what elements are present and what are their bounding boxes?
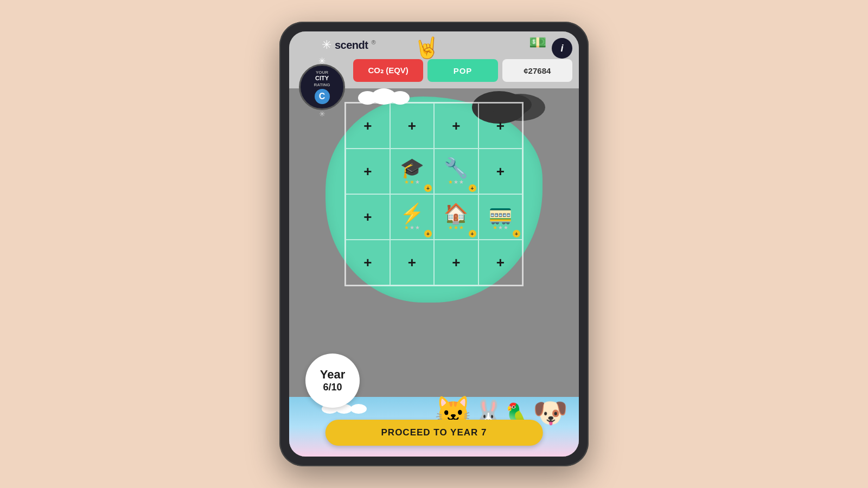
year-label: Year [320, 368, 346, 381]
grid-cell-2-3[interactable]: 🚃 ★ ★ ★ + [478, 194, 523, 240]
info-button[interactable]: i [552, 38, 572, 59]
grid-cell-3-1[interactable]: + [390, 240, 435, 285]
city-rating-text: YOUR CITY RATING [314, 70, 330, 87]
star-1: ★ [493, 224, 497, 230]
wrench-icon: 🔧 [444, 158, 468, 178]
upgrade-plus-icon[interactable]: + [469, 184, 476, 192]
stars-row: ★ ★ ★ [404, 179, 420, 185]
grid-cell-2-1[interactable]: ⚡ ★ ★ ★ + [390, 194, 435, 240]
star-1: ★ [448, 179, 453, 185]
star-2: ★ [454, 179, 458, 185]
lightning-icon: ⚡ [400, 204, 424, 223]
grid-cell-0-0[interactable]: + [346, 103, 390, 149]
bottom-area: 🐱 🐰 🦜 🐶 Year 6/10 PROCEED TO YEAR 7 [289, 348, 579, 457]
upgrade-plus-icon[interactable]: + [424, 230, 432, 237]
upgrade-plus-icon[interactable]: + [513, 230, 520, 237]
star-2: ★ [410, 224, 414, 230]
grid-cell-0-3[interactable]: + [478, 103, 523, 149]
upgrade-plus-icon[interactable]: + [424, 184, 432, 192]
add-icon: + [496, 255, 505, 269]
logo-snowflake-icon: ✳ [322, 38, 331, 52]
cloud-puff [350, 404, 367, 414]
year-badge: Year 6/10 [305, 354, 360, 408]
add-icon: + [363, 255, 372, 269]
snowflake-bottom-icon: ✳ [319, 110, 326, 118]
star-3: ★ [459, 179, 464, 185]
game-area: + + + + + 🎓 ★ ★ ★ + 🔧 [289, 88, 579, 457]
logo-area: ✳ scendt ® [322, 38, 376, 52]
city-grade-badge: C [315, 89, 330, 104]
grid-cell-2-0[interactable]: + [346, 194, 390, 240]
stars-row: ★ ★ ★ [448, 179, 464, 185]
upgrade-plus-icon[interactable]: + [469, 230, 476, 237]
add-icon: + [496, 119, 505, 133]
logo-trademark: ® [371, 39, 375, 46]
app-name: scendt [335, 39, 368, 52]
add-icon: + [363, 210, 372, 224]
grid-cell-3-2[interactable]: + [434, 240, 478, 285]
money-stack-icon: 💵 [529, 34, 546, 51]
stars-row: ★ ★ ★ [448, 224, 464, 230]
monster-character: 🤘 [414, 36, 439, 60]
year-current: 6 [323, 382, 328, 393]
grid-cell-0-1[interactable]: + [390, 103, 435, 149]
star-3: ★ [415, 224, 420, 230]
star-2: ★ [454, 224, 458, 230]
tablet-screen: ✳ scendt ® i 🤘 💵 CO₂ (EQV) POP ¢27684 ✳ … [289, 31, 579, 457]
co2-button[interactable]: CO₂ (EQV) [353, 59, 423, 82]
city-grid: + + + + + 🎓 ★ ★ ★ + 🔧 [344, 102, 524, 286]
snowflake-top-icon: ✳ [318, 56, 326, 66]
star-3: ★ [503, 224, 508, 230]
star-1: ★ [404, 179, 409, 185]
grid-cell-1-1[interactable]: 🎓 ★ ★ ★ + [390, 149, 435, 194]
grid-cell-3-3[interactable]: + [478, 240, 523, 285]
star-2: ★ [498, 224, 503, 230]
grid-cell-2-2[interactable]: 🏠 ★ ★ ★ + [434, 194, 478, 240]
train-icon: 🚃 [488, 204, 513, 223]
add-icon: + [363, 119, 372, 133]
grid-cell-1-2[interactable]: 🔧 ★ ★ ★ + [434, 149, 478, 194]
star-3: ★ [415, 179, 420, 185]
star-1: ★ [404, 224, 409, 230]
star-1: ★ [448, 224, 453, 230]
add-icon: + [452, 255, 460, 269]
pop-button[interactable]: POP [427, 59, 497, 82]
stars-row: ★ ★ ★ [493, 224, 508, 230]
year-fraction: 6/10 [323, 382, 342, 393]
house-icon: 🏠 [444, 204, 468, 223]
school-icon: 🎓 [400, 158, 424, 178]
add-icon: + [452, 119, 460, 133]
grid-cell-1-3[interactable]: + [478, 149, 523, 194]
year-total: 10 [331, 382, 342, 393]
city-rating-badge: ✳ ✳ YOUR CITY RATING C [299, 64, 345, 110]
stars-row: ★ ★ ★ [404, 224, 420, 230]
grid-cell-0-2[interactable]: + [434, 103, 478, 149]
tablet-device: ✳ scendt ® i 🤘 💵 CO₂ (EQV) POP ¢27684 ✳ … [279, 22, 589, 466]
grid-cell-1-0[interactable]: + [346, 149, 390, 194]
add-icon: + [408, 255, 416, 269]
proceed-button[interactable]: PROCEED TO YEAR 7 [326, 420, 543, 446]
star-2: ★ [410, 179, 414, 185]
add-icon: + [496, 164, 505, 178]
header-stats: CO₂ (EQV) POP ¢27684 [353, 59, 572, 82]
add-icon: + [363, 164, 372, 178]
grid-cell-3-0[interactable]: + [346, 240, 390, 285]
add-icon: + [408, 119, 416, 133]
star-3: ★ [459, 224, 464, 230]
money-button[interactable]: ¢27684 [502, 59, 572, 82]
